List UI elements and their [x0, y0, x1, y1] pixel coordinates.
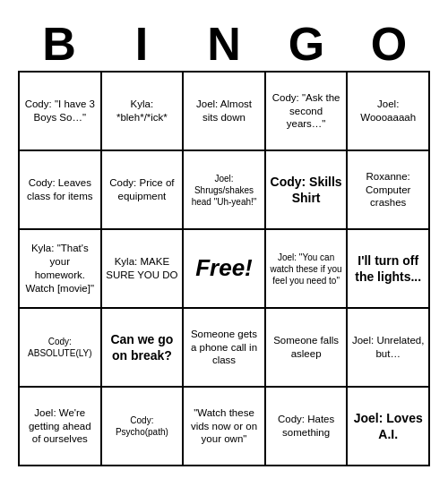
bingo-cell: Joel: "You can watch these if you feel y… — [266, 230, 349, 309]
bingo-cell: Someone gets a phone call in class — [184, 309, 266, 388]
bingo-cell: Joel: We're getting ahead of ourselves — [20, 388, 102, 466]
bingo-card: BINGO Cody: "I have 3 Boys So…"Kyla: *bl… — [9, 12, 439, 475]
bingo-cell: Cody: "Ask the second years…" — [266, 73, 349, 151]
bingo-cell: Cody: Hates something — [266, 388, 349, 466]
title-letter: O — [349, 21, 428, 67]
bingo-cell: Cody: Psycho(path) — [102, 388, 185, 466]
bingo-cell: Cody: "I have 3 Boys So…" — [20, 73, 102, 151]
title-letter: I — [102, 21, 181, 67]
bingo-cell: Cody: Price of equipment — [102, 151, 185, 230]
bingo-cell: Can we go on break? — [102, 309, 185, 388]
title-letter: G — [267, 21, 346, 67]
title-letter: B — [20, 21, 99, 67]
bingo-cell: Joel: Woooaaaah — [348, 73, 430, 151]
bingo-cell: Kyla: "That's your homework. Watch [movi… — [20, 230, 102, 309]
bingo-cell: Kyla: MAKE SURE YOU DO — [102, 230, 185, 309]
bingo-cell: Cody: Leaves class for items — [20, 151, 102, 230]
bingo-cell: Roxanne: Computer crashes — [348, 151, 430, 230]
bingo-cell: Joel: Loves A.I. — [348, 388, 430, 466]
bingo-cell: Joel: Almost sits down — [184, 73, 266, 151]
bingo-cell: Kyla: *bleh*/*ick* — [102, 73, 185, 151]
bingo-cell: I'll turn off the lights... — [348, 230, 430, 309]
bingo-cell: "Watch these vids now or on your own" — [184, 388, 266, 466]
title-letter: N — [185, 21, 263, 67]
bingo-cell: Cody: ABSOLUTE(LY) — [20, 309, 102, 388]
bingo-title: BINGO — [18, 21, 430, 67]
bingo-cell: Cody: Skills Shirt — [266, 151, 349, 230]
bingo-cell: Free! — [184, 230, 266, 309]
bingo-cell: Someone falls asleep — [266, 309, 349, 388]
bingo-grid: Cody: "I have 3 Boys So…"Kyla: *bleh*/*i… — [18, 71, 430, 466]
bingo-cell: Joel: Shrugs/shakes head "Uh-yeah!" — [184, 151, 266, 230]
bingo-cell: Joel: Unrelated, but… — [348, 309, 430, 388]
